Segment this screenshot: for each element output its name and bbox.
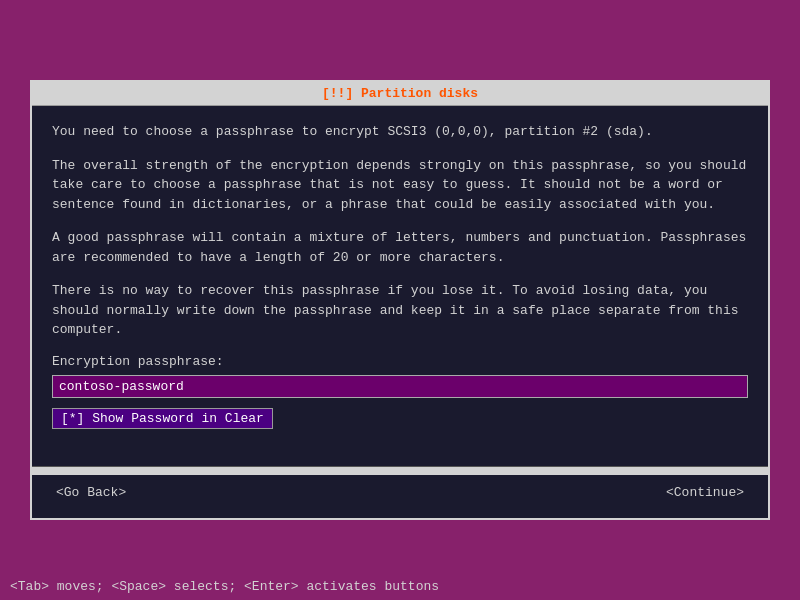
dialog-content: You need to choose a passphrase to encry… (32, 106, 768, 466)
continue-button[interactable]: <Continue> (662, 483, 748, 502)
dialog-title-bar: [!!] Partition disks (32, 82, 768, 106)
paragraph3: A good passphrase will contain a mixture… (52, 228, 748, 267)
show-password-checkbox[interactable]: [*] Show Password in Clear (52, 408, 273, 429)
dialog-buttons: <Go Back> <Continue> (32, 475, 768, 518)
paragraph1: You need to choose a passphrase to encry… (52, 122, 748, 142)
show-password-label: [*] Show Password in Clear (61, 411, 264, 426)
bottom-bar-text: <Tab> moves; <Space> selects; <Enter> ac… (10, 579, 439, 594)
paragraph2: The overall strength of the encryption d… (52, 156, 748, 215)
passphrase-label: Encryption passphrase: (52, 354, 748, 369)
bottom-bar: <Tab> moves; <Space> selects; <Enter> ac… (0, 573, 800, 600)
paragraph4: There is no way to recover this passphra… (52, 281, 748, 340)
partition-disks-dialog: [!!] Partition disks You need to choose … (30, 80, 770, 520)
passphrase-input-field[interactable]: contoso-password (52, 375, 748, 398)
dialog-title: [!!] Partition disks (322, 86, 478, 101)
passphrase-value: contoso-password (59, 379, 741, 394)
go-back-button[interactable]: <Go Back> (52, 483, 130, 502)
